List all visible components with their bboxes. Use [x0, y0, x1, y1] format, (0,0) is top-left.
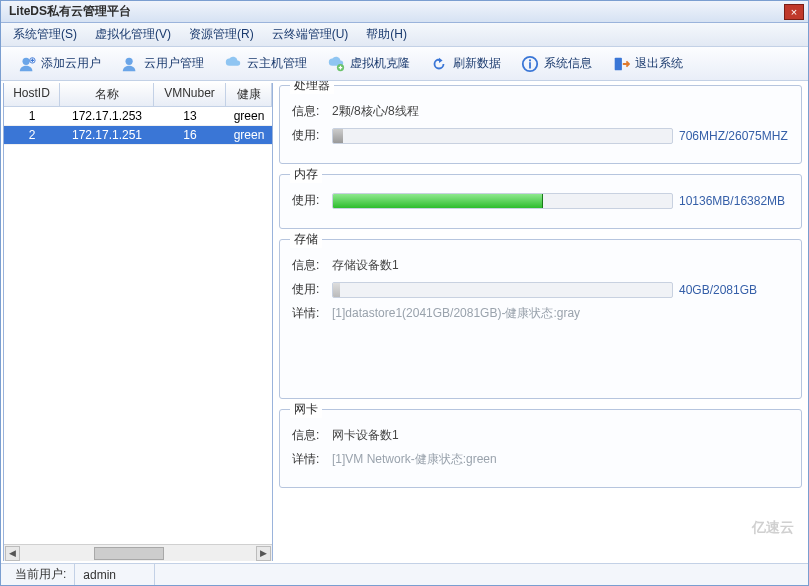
nic-group: 网卡 信息: 网卡设备数1 详情: [1]VM Network-健康状态:gre… [279, 409, 802, 488]
scroll-left-icon[interactable]: ◀ [5, 546, 20, 561]
mem-usage-text: 10136MB/16382MB [679, 194, 789, 208]
mem-usage-label: 使用: [292, 192, 326, 209]
menubar: 系统管理(S) 虚拟化管理(V) 资源管理(R) 云终端管理(U) 帮助(H) [1, 23, 808, 47]
detail-pane: 处理器 信息: 2颗/8核心/8线程 使用: 706MHZ/26075MHZ 内… [273, 81, 808, 563]
storage-detail-value: [1]datastore1(2041GB/2081GB)-健康状态:gray [332, 305, 580, 322]
storage-progress [332, 282, 673, 298]
current-user-value: admin [75, 564, 155, 585]
toolbar-label: 云用户管理 [144, 55, 204, 72]
cpu-usage-text: 706MHZ/26075MHZ [679, 129, 789, 143]
mem-progress [332, 193, 673, 209]
user-settings-icon [121, 55, 139, 73]
titlebar: LiteDS私有云管理平台 × [1, 1, 808, 23]
content-area: HostID 名称 VMNuber 健康 1172.17.1.25313gree… [1, 81, 808, 563]
nic-info-label: 信息: [292, 427, 326, 444]
storage-info-value: 存储设备数1 [332, 257, 399, 274]
storage-usage-text: 40GB/2081GB [679, 283, 789, 297]
host-list-pane: HostID 名称 VMNuber 健康 1172.17.1.25313gree… [3, 83, 273, 561]
grid-header: HostID 名称 VMNuber 健康 [4, 83, 272, 107]
scroll-thumb[interactable] [94, 547, 164, 560]
cell-hostid: 1 [4, 107, 60, 125]
cpu-group: 处理器 信息: 2颗/8核心/8线程 使用: 706MHZ/26075MHZ [279, 85, 802, 164]
cpu-usage-label: 使用: [292, 127, 326, 144]
cpu-progress [332, 128, 673, 144]
col-name[interactable]: 名称 [60, 83, 154, 106]
cloud-host-mgmt-button[interactable]: 云主机管理 [215, 51, 316, 77]
refresh-icon [430, 55, 448, 73]
vm-clone-icon [327, 55, 345, 73]
nic-info-value: 网卡设备数1 [332, 427, 399, 444]
current-user-label: 当前用户: [7, 564, 75, 585]
cpu-info-value: 2颗/8核心/8线程 [332, 103, 419, 120]
storage-info-label: 信息: [292, 257, 326, 274]
table-row[interactable]: 2172.17.1.25116green [4, 126, 272, 145]
mem-group: 内存 使用: 10136MB/16382MB [279, 174, 802, 229]
exit-button[interactable]: 退出系统 [603, 51, 692, 77]
group-title: 网卡 [290, 401, 322, 418]
toolbar-label: 虚拟机克隆 [350, 55, 410, 72]
cell-name: 172.17.1.251 [60, 126, 154, 144]
grid-body: 1172.17.1.25313green2172.17.1.25116green [4, 107, 272, 544]
refresh-button[interactable]: 刷新数据 [421, 51, 510, 77]
storage-usage-label: 使用: [292, 281, 326, 298]
cpu-info-label: 信息: [292, 103, 326, 120]
cloud-user-mgmt-button[interactable]: 云用户管理 [112, 51, 213, 77]
svg-point-5 [529, 59, 531, 61]
group-title: 处理器 [290, 81, 334, 94]
cell-health: green [226, 107, 272, 125]
col-vmnum[interactable]: VMNuber [154, 83, 226, 106]
info-icon [521, 55, 539, 73]
menu-virtualization[interactable]: 虚拟化管理(V) [89, 24, 177, 45]
exit-icon [612, 55, 630, 73]
cell-name: 172.17.1.253 [60, 107, 154, 125]
cell-health: green [226, 126, 272, 144]
toolbar: 添加云用户 云用户管理 云主机管理 虚拟机克隆 刷新数据 系统信息 退出系统 [1, 47, 808, 81]
window-title: LiteDS私有云管理平台 [5, 3, 784, 20]
col-hostid[interactable]: HostID [4, 83, 60, 106]
menu-terminal[interactable]: 云终端管理(U) [266, 24, 355, 45]
svg-rect-7 [615, 57, 622, 70]
svg-point-0 [23, 57, 30, 64]
nic-detail-value: [1]VM Network-健康状态:green [332, 451, 497, 468]
toolbar-label: 系统信息 [544, 55, 592, 72]
svg-rect-6 [529, 62, 531, 68]
cell-vmnum: 13 [154, 107, 226, 125]
group-title: 存储 [290, 231, 322, 248]
host-grid: HostID 名称 VMNuber 健康 1172.17.1.25313gree… [4, 83, 272, 561]
add-cloud-user-button[interactable]: 添加云用户 [9, 51, 110, 77]
toolbar-label: 刷新数据 [453, 55, 501, 72]
cell-hostid: 2 [4, 126, 60, 144]
nic-detail-label: 详情: [292, 451, 326, 468]
menu-system[interactable]: 系统管理(S) [7, 24, 83, 45]
scroll-right-icon[interactable]: ▶ [256, 546, 271, 561]
user-add-icon [18, 55, 36, 73]
storage-detail-label: 详情: [292, 305, 326, 322]
storage-group: 存储 信息: 存储设备数1 使用: 40GB/2081GB 详情: [1]dat… [279, 239, 802, 399]
statusbar: 当前用户: admin [1, 563, 808, 585]
toolbar-label: 退出系统 [635, 55, 683, 72]
table-row[interactable]: 1172.17.1.25313green [4, 107, 272, 126]
vm-clone-button[interactable]: 虚拟机克隆 [318, 51, 419, 77]
close-button[interactable]: × [784, 4, 804, 20]
svg-point-2 [126, 57, 133, 64]
app-window: LiteDS私有云管理平台 × 系统管理(S) 虚拟化管理(V) 资源管理(R)… [0, 0, 809, 586]
cloud-host-icon [224, 55, 242, 73]
toolbar-label: 添加云用户 [41, 55, 101, 72]
menu-help[interactable]: 帮助(H) [360, 24, 413, 45]
sysinfo-button[interactable]: 系统信息 [512, 51, 601, 77]
cell-vmnum: 16 [154, 126, 226, 144]
toolbar-label: 云主机管理 [247, 55, 307, 72]
menu-resource[interactable]: 资源管理(R) [183, 24, 260, 45]
group-title: 内存 [290, 166, 322, 183]
col-health[interactable]: 健康 [226, 83, 272, 106]
horizontal-scrollbar[interactable]: ◀ ▶ [4, 544, 272, 561]
